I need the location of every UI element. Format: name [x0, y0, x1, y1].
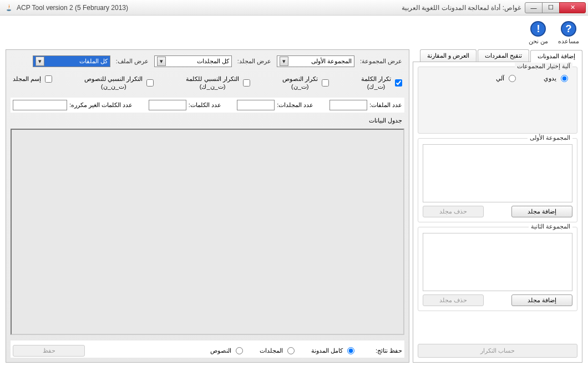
chevron-down-icon: ▾ — [157, 57, 166, 66]
chevron-down-icon: ▾ — [280, 57, 288, 66]
folders-count-input[interactable] — [237, 100, 275, 110]
group2-delete-folder-button[interactable]: حذف مجلد — [423, 294, 484, 306]
group2-box: المجموعة الثانية إضافة مجلد حذف مجلد — [418, 227, 577, 311]
data-table[interactable] — [11, 129, 404, 335]
close-button[interactable]: ✕ — [559, 2, 586, 13]
cb-word-rel-freq[interactable]: التكرار النسبي للكلمة (ت_ن_ك) — [186, 75, 250, 91]
group1-listbox[interactable] — [423, 144, 572, 202]
radio-texts[interactable]: النصوص — [210, 347, 243, 354]
cb-text-freq[interactable]: تكرار النصوص (ت_ن) — [282, 75, 329, 91]
radio-full-corpus[interactable]: كامل المدونة — [311, 347, 354, 354]
group1-add-folder-button[interactable]: إضافة مجلد — [511, 206, 572, 217]
group1-delete-folder-button[interactable]: حذف مجلد — [423, 206, 484, 217]
cb-word-freq[interactable]: تكرار الكلمة (ت_ك) — [361, 75, 402, 91]
data-table-label: جدول البيانات — [11, 116, 404, 125]
tab-compare[interactable]: العرض و المقارنة — [420, 49, 477, 62]
window-title-left: ACP Tool version 2 (5 February 2013) — [17, 4, 128, 12]
group2-add-folder-button[interactable]: إضافة مجلد — [511, 294, 572, 306]
java-icon — [4, 3, 13, 12]
words-count-input[interactable] — [149, 100, 186, 110]
files-count-input[interactable] — [330, 100, 367, 110]
maximize-button[interactable]: ☐ — [542, 2, 560, 13]
radio-auto[interactable]: آلي — [496, 75, 516, 82]
tab-vocabulary[interactable]: تنقيح المفردات — [478, 49, 529, 62]
group-selection-box: آلية إختيار المجموعات يدوي آلي — [418, 67, 577, 134]
minimize-button[interactable]: — — [525, 2, 543, 13]
titlebar: ACP Tool version 2 (5 February 2013) غوا… — [0, 0, 588, 16]
unique-words-input[interactable] — [13, 100, 67, 110]
radio-folders[interactable]: المجلدات — [260, 347, 295, 354]
chevron-down-icon: ▾ — [36, 57, 44, 66]
radio-manual[interactable]: يدوي — [544, 75, 568, 82]
save-button[interactable]: حفظ — [13, 345, 85, 357]
calc-frequency-button[interactable]: حساب التكرار — [418, 344, 577, 358]
cb-folder-name[interactable]: إسم المجلد — [13, 75, 52, 83]
folder-dropdown[interactable]: كل المجلدات ▾ — [154, 55, 232, 67]
cb-text-rel-freq[interactable]: التكرار النسبي للنصوص (ت_ن_ن) — [84, 75, 154, 91]
group1-box: المجموعة الأولى إضافة مجلد حذف مجلد — [418, 138, 577, 222]
window-controls: — ☐ ✕ — [525, 2, 586, 13]
main-panel: عرض المجموعة: المجموعة الأولى ▾ عرض المج… — [6, 49, 409, 363]
tab-headers: إضافة المدونات تنقيح المفردات العرض و ال… — [413, 49, 582, 62]
window-title-right: غواص: أداة لمعالجة المدونات اللغوية العر… — [402, 4, 521, 12]
help-button[interactable]: ? مساعده — [558, 21, 579, 45]
info-icon: ! — [530, 21, 546, 37]
help-icon: ? — [561, 21, 576, 37]
group-dropdown[interactable]: المجموعة الأولى ▾ — [277, 55, 354, 67]
file-dropdown[interactable]: كل الملفات ▾ — [33, 55, 110, 67]
tab-add-corpus[interactable]: إضافة المدونات — [530, 50, 582, 62]
group2-listbox[interactable] — [423, 233, 572, 291]
about-button[interactable]: ! من نحن — [529, 21, 548, 45]
